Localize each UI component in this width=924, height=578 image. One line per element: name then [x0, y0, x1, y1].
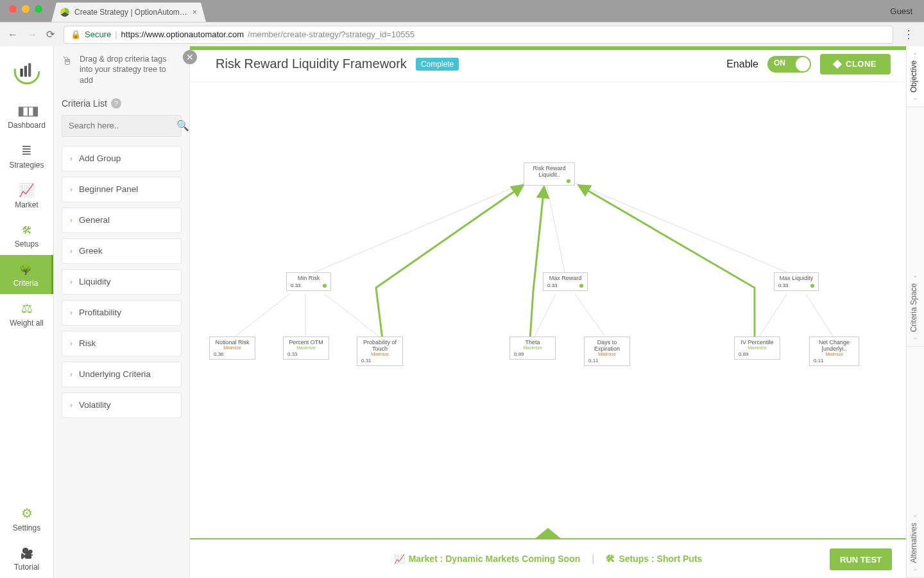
- tree-group-node[interactable]: Max Liquidity 0.33: [774, 272, 819, 291]
- chevron-right-icon: ›: [70, 247, 73, 256]
- setups-icon: 🛠: [606, 554, 615, 564]
- reload-icon[interactable]: ⟳: [46, 28, 55, 40]
- criteria-search[interactable]: 🔍: [62, 115, 182, 137]
- tree-leaf-node[interactable]: Net Change [underlyi..Minimize0.11: [809, 337, 859, 366]
- browser-tab[interactable]: Create Strategy | OptionAutom… ×: [51, 3, 206, 22]
- criteria-item-label: General: [79, 215, 110, 225]
- panel-close-icon[interactable]: ✕: [183, 50, 197, 64]
- node-direction: Minimize: [357, 352, 402, 358]
- chevron-right-icon: ›: [70, 370, 73, 379]
- settings-icon: [0, 505, 53, 521]
- tab-objective[interactable]: ⌃ Objective ⌄: [907, 46, 924, 107]
- node-title: Probability of Touch: [357, 337, 402, 352]
- search-icon[interactable]: 🔍: [176, 119, 189, 132]
- node-title: Days to Expiration: [585, 337, 629, 352]
- chevron-right-icon: ›: [70, 308, 73, 317]
- tab-criteria-space[interactable]: ⌃ Criteria Space ⌄: [907, 269, 924, 347]
- node-status-dot-icon: [567, 179, 570, 183]
- nav-label: Market: [15, 200, 38, 209]
- nav-strategies[interactable]: Strategies: [0, 136, 53, 176]
- node-direction: Minimize: [210, 346, 255, 351]
- close-window-icon[interactable]: [9, 5, 17, 13]
- nav-setups[interactable]: Setups: [0, 216, 53, 255]
- criteria-item[interactable]: ›Profitability: [62, 300, 182, 326]
- footer-market[interactable]: 📈 Market : Dynamic Markets Coming Soon: [394, 554, 581, 564]
- help-icon[interactable]: ?: [111, 98, 121, 109]
- enable-toggle[interactable]: ON: [767, 56, 811, 73]
- tree-group-node[interactable]: Max Reward 0.33: [543, 272, 588, 291]
- tab-alternatives[interactable]: ⌃ Alternatives ⌄: [907, 509, 924, 578]
- browser-menu-icon[interactable]: ⋯: [902, 28, 916, 42]
- tab-close-icon[interactable]: ×: [193, 8, 197, 17]
- zoom-window-icon[interactable]: [35, 5, 42, 13]
- criteria-item-label: Liquidity: [79, 277, 111, 286]
- node-title: Theta: [510, 337, 555, 346]
- chevron-down-icon: ⌄: [912, 272, 919, 279]
- criteria-item[interactable]: ›General: [62, 207, 182, 233]
- criteria-item[interactable]: ›Greek: [62, 238, 182, 264]
- node-weight: 0.33: [291, 283, 301, 288]
- tree-leaf-node[interactable]: ThetaMaximize0.89: [509, 337, 556, 360]
- node-weight: 0.36: [210, 351, 255, 359]
- search-input[interactable]: [69, 121, 176, 130]
- criteria-item[interactable]: ›Beginner Panel: [62, 177, 182, 202]
- setups-icon: [0, 222, 53, 237]
- nav-dashboard[interactable]: Dashboard: [0, 96, 53, 136]
- criteria-item-label: Volatility: [79, 400, 111, 410]
- criteria-item[interactable]: ›Add Group: [62, 146, 182, 171]
- nav-settings[interactable]: Settings: [0, 499, 53, 539]
- strategy-header: Risk Reward Liquidity Framework Complete…: [190, 46, 906, 82]
- node-title: IV Percentile: [735, 337, 780, 346]
- right-tab-rail: ⌃ Objective ⌄ ⌃ Criteria Space ⌄ ⌃ Alter…: [906, 46, 924, 578]
- criteria-item-label: Underlying Criteria: [79, 369, 151, 379]
- node-weight: 0.11: [585, 358, 629, 365]
- tab-label: Criteria Space: [909, 283, 918, 332]
- tree-leaf-node[interactable]: Percent OTMMaximize0.33: [283, 337, 329, 360]
- nav-label: Criteria: [13, 279, 38, 288]
- footer-setups[interactable]: 🛠 Setups : Short Puts: [606, 554, 702, 564]
- footer-setups-label: Setups : Short Puts: [619, 554, 702, 564]
- criteria-item-label: Risk: [79, 338, 96, 348]
- nav-label: Strategies: [9, 161, 44, 170]
- node-direction: Maximize: [284, 346, 329, 351]
- lock-icon: 🔒: [71, 30, 81, 39]
- strategy-tree-canvas[interactable]: Risk Reward Liquidit.. Min Risk 0.33 Max…: [190, 82, 906, 538]
- svg-rect-2: [24, 66, 26, 77]
- criteria-item[interactable]: ›Liquidity: [62, 269, 182, 295]
- tree-leaf-node[interactable]: Notional RiskMinimize0.36: [209, 337, 255, 360]
- node-status-dot-icon: [810, 284, 814, 288]
- node-weight: 0.33: [778, 283, 789, 288]
- nav-weight-all[interactable]: Weight all: [0, 294, 53, 334]
- criteria-item[interactable]: ›Underlying Criteria: [62, 362, 182, 387]
- minimize-window-icon[interactable]: [22, 5, 30, 13]
- status-badge: Complete: [416, 58, 459, 71]
- window-controls: [9, 5, 42, 13]
- run-test-button[interactable]: RUN TEST: [830, 548, 892, 570]
- tree-root-node[interactable]: Risk Reward Liquidit..: [524, 162, 575, 186]
- tab-label: Objective: [909, 60, 918, 92]
- nav-market[interactable]: Market: [0, 176, 53, 216]
- node-weight: 0.89: [510, 351, 555, 359]
- address-bar[interactable]: 🔒 Secure | https://www.optionautomator.c…: [64, 26, 893, 44]
- criteria-item-label: Profitability: [79, 308, 121, 317]
- tree-leaf-node[interactable]: IV PercentileMaximize0.89: [734, 337, 780, 360]
- node-weight: 0.11: [810, 358, 859, 365]
- node-direction: Minimize: [810, 352, 859, 358]
- tree-group-node[interactable]: Min Risk 0.33: [286, 272, 331, 291]
- tree-leaf-node[interactable]: Days to ExpirationMinimize0.11: [584, 337, 630, 366]
- nav-tutorial[interactable]: Tutorial: [0, 539, 53, 578]
- app-logo-icon[interactable]: [13, 58, 40, 85]
- mouse-icon: 🖱: [62, 54, 73, 85]
- chevron-up-icon: ⌃: [912, 337, 919, 344]
- criteria-item[interactable]: ›Risk: [62, 331, 182, 356]
- chevron-right-icon: ›: [70, 277, 73, 286]
- clone-button[interactable]: CLONE: [820, 54, 891, 74]
- profile-label[interactable]: Guest: [890, 6, 912, 16]
- back-icon[interactable]: ←: [8, 29, 18, 40]
- nav-criteria[interactable]: Criteria: [0, 255, 53, 294]
- criteria-item[interactable]: ›Volatility: [62, 392, 182, 418]
- node-title: Percent OTM: [284, 337, 329, 346]
- footer-divider: |: [592, 553, 594, 565]
- main-area: Risk Reward Liquidity Framework Complete…: [190, 46, 906, 578]
- tree-leaf-node[interactable]: Probability of TouchMinimize0.31: [357, 337, 403, 366]
